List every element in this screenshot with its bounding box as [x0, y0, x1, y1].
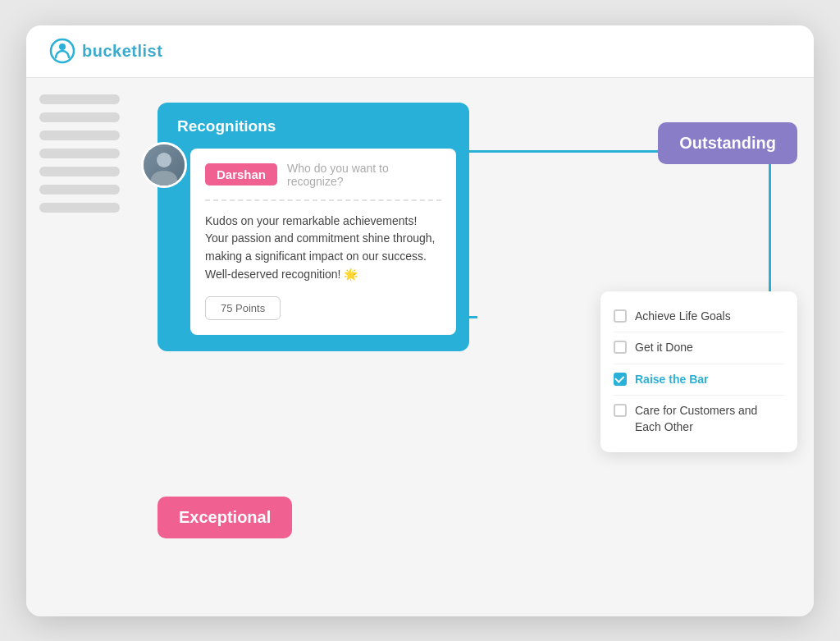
recipient-placeholder: Who do you want to recognize?	[287, 162, 441, 188]
outstanding-badge: Outstanding	[658, 122, 797, 164]
main-content: Outstanding Recognitions	[133, 78, 814, 616]
recipient-row: Darshan Who do you want to recognize?	[205, 162, 441, 188]
app-container: bucketlist Outstanding Recognitions	[26, 25, 814, 616]
checklist-item-get-it-done[interactable]: Get it Done	[614, 332, 784, 364]
checkbox-get-it-done[interactable]	[614, 341, 627, 354]
svg-point-1	[59, 43, 66, 50]
avatar-image	[144, 144, 185, 185]
avatar-head	[157, 153, 171, 167]
recognition-body: Darshan Who do you want to recognize? Ku…	[158, 149, 469, 336]
sidebar-bar-6	[39, 185, 120, 195]
card-divider	[205, 199, 441, 201]
inner-recognition-card: Darshan Who do you want to recognize? Ku…	[190, 149, 456, 336]
avatar	[141, 142, 187, 188]
exceptional-badge: Exceptional	[158, 497, 292, 538]
checkbox-achieve[interactable]	[614, 309, 627, 323]
checklist-label-get-it-done: Get it Done	[635, 340, 693, 356]
checklist-item-raise-bar[interactable]: Raise the Bar	[614, 364, 784, 396]
line-outstanding-vertical	[769, 150, 771, 298]
logo-icon	[49, 38, 75, 64]
card-message: Kudos on your remarkable achievements! Y…	[205, 213, 441, 284]
logo-area: bucketlist	[49, 38, 162, 64]
points-button[interactable]: 75 Points	[205, 296, 281, 320]
checkbox-care[interactable]	[614, 404, 627, 417]
sidebar-bar-3	[39, 130, 120, 140]
logo-text: bucketlist	[82, 42, 162, 61]
header: bucketlist	[26, 25, 814, 78]
sidebar-bar-2	[39, 112, 120, 122]
checklist-label-care: Care for Customers and Each Other	[635, 403, 784, 435]
avatar-body	[151, 171, 177, 185]
avatar-container	[141, 142, 187, 188]
sidebar-bar-1	[39, 94, 120, 104]
checkbox-raise-bar[interactable]	[614, 373, 627, 386]
checklist-panel: Achieve Life Goals Get it Done Raise the…	[600, 291, 797, 453]
checklist-label-raise-bar: Raise the Bar	[635, 372, 708, 388]
sidebar-bar-5	[39, 167, 120, 176]
sidebar	[26, 78, 133, 616]
checklist-item-achieve[interactable]: Achieve Life Goals	[614, 301, 784, 333]
recognition-header: Recognitions	[158, 103, 469, 149]
recipient-badge: Darshan	[205, 163, 277, 185]
checklist-label-achieve: Achieve Life Goals	[635, 309, 731, 325]
sidebar-bar-4	[39, 149, 120, 158]
recognition-panel: Recognitions Darshan Who do you w	[158, 103, 469, 352]
sidebar-bar-7	[39, 203, 120, 213]
checklist-item-care[interactable]: Care for Customers and Each Other	[614, 396, 784, 442]
